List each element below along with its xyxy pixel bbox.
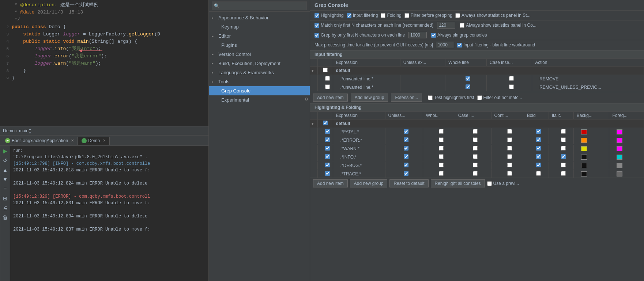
folding-label[interactable]: Folding (387, 13, 401, 18)
italic-cb[interactable] (561, 163, 566, 167)
sidebar-item-grep-console[interactable]: Grep Console (209, 86, 310, 95)
fg-color[interactable] (617, 171, 622, 176)
sidebar-item-plugins[interactable]: Plugins (209, 41, 310, 50)
scroll-down-button[interactable]: ▼ (1, 176, 9, 183)
checkbox-cell[interactable] (317, 119, 333, 128)
bg-color[interactable] (581, 146, 587, 151)
group-checkbox[interactable] (323, 121, 328, 125)
conti-cb[interactable] (507, 129, 512, 134)
fg-color[interactable] (617, 146, 622, 151)
grep-n-input[interactable] (408, 32, 427, 38)
conti-cb[interactable] (507, 154, 512, 159)
whole-cb[interactable] (439, 129, 444, 134)
italic-cb[interactable] (561, 146, 566, 151)
match-n-checkbox[interactable] (315, 23, 319, 28)
sidebar-item-keymap[interactable]: Keymap (209, 22, 310, 31)
fg-color[interactable] (617, 129, 622, 134)
print-button[interactable]: 🖨 (1, 204, 9, 212)
folding-checkbox[interactable] (381, 13, 385, 18)
run-button[interactable]: ▶ (1, 147, 9, 155)
stats-co-label[interactable]: Always show statistics panel in Co... (466, 23, 536, 28)
checkbox-cell[interactable] (317, 75, 333, 83)
input-filtering-checkbox[interactable] (347, 13, 351, 18)
case-cell[interactable] (486, 83, 532, 92)
extension-button[interactable]: Extension... (391, 94, 422, 102)
input-filtering-label[interactable]: Input filtering (353, 13, 378, 18)
pin-consoles-label[interactable]: Always pin grep consoles (437, 33, 487, 38)
bg-color[interactable] (581, 155, 587, 160)
max-processing-input[interactable] (436, 42, 454, 48)
case-cb[interactable] (473, 154, 478, 159)
bg-color[interactable] (581, 129, 587, 134)
grep-n-checkbox[interactable] (315, 33, 319, 38)
highlighting-checkbox[interactable] (315, 13, 319, 18)
filter-before-checkbox[interactable] (404, 13, 409, 18)
whole-cb[interactable] (439, 154, 444, 159)
expand-cell[interactable]: ▾ (310, 119, 317, 128)
fg-color[interactable] (617, 163, 622, 168)
test-highlighters-checkbox[interactable] (428, 95, 433, 100)
highlighting-label[interactable]: Highlighting (321, 13, 344, 18)
conti-cb[interactable] (507, 171, 512, 176)
case-cb[interactable] (473, 129, 478, 134)
stats-co-checkbox[interactable] (460, 23, 464, 28)
row-checkbox[interactable] (325, 137, 330, 142)
add-group-button[interactable]: Add new group (351, 94, 388, 102)
group-checkbox[interactable] (323, 68, 328, 72)
bg-color[interactable] (581, 138, 587, 143)
filter-not-match-checkbox[interactable] (477, 95, 482, 100)
blank-line-checkbox[interactable] (457, 43, 462, 48)
reset-default-button[interactable]: Reset to default (389, 179, 428, 187)
checkbox-cell[interactable] (317, 67, 333, 75)
run-tab-demo[interactable]: Demo ✕ (78, 137, 110, 145)
whole-cell[interactable] (445, 75, 486, 83)
case-cb[interactable] (473, 137, 478, 142)
settings-search-input[interactable] (212, 1, 307, 10)
settings-button[interactable]: ≡ (1, 185, 9, 193)
run-tab-spring[interactable]: ▶ BootTangxiaolongApplication ✕ (1, 137, 78, 145)
grep-n-label[interactable]: Grep by only first N characters on each … (321, 33, 405, 38)
unless-cb[interactable] (404, 129, 408, 134)
sidebar-item-experimental[interactable]: Experimental ⚙ (209, 95, 310, 105)
case-checkbox[interactable] (509, 84, 514, 89)
layout-button[interactable]: ⊞ (1, 195, 9, 202)
pin-consoles-checkbox[interactable] (431, 33, 436, 38)
italic-cb[interactable] (561, 171, 566, 176)
fg-color[interactable] (617, 138, 622, 143)
match-n-input[interactable] (437, 22, 455, 29)
match-n-label[interactable]: Match only first N characters on each li… (321, 23, 433, 28)
sidebar-item-appearance[interactable]: ▸ Appearance & Behavior (209, 13, 310, 22)
expand-cell[interactable]: ▾ (310, 67, 317, 75)
scroll-up-button[interactable]: ▲ (1, 166, 9, 174)
checkbox-cell[interactable] (317, 83, 333, 92)
unless-cb[interactable] (404, 154, 408, 159)
unless-cb[interactable] (404, 146, 408, 151)
row-checkbox[interactable] (325, 129, 330, 134)
tab-close[interactable]: ✕ (103, 138, 106, 143)
test-highlighters-label[interactable]: Test highlighters first (434, 95, 474, 100)
italic-cb[interactable] (561, 154, 566, 159)
tab-close[interactable]: ✕ (71, 138, 74, 143)
add-item-button[interactable]: Add new item (313, 94, 348, 102)
blank-line-label[interactable]: Input filtering - blank line workaround (463, 42, 535, 48)
whole-cell[interactable] (445, 83, 486, 92)
bold-cb[interactable] (536, 129, 541, 134)
italic-cb[interactable] (561, 137, 566, 142)
filter-before-label[interactable]: Filter before grepping (411, 13, 452, 18)
bold-cb[interactable] (536, 154, 541, 159)
row-checkbox[interactable] (325, 84, 330, 89)
row-checkbox[interactable] (325, 154, 330, 159)
bg-color[interactable] (581, 171, 587, 176)
use-prev-label[interactable]: Use a previ... (493, 181, 519, 186)
rehighlight-button[interactable]: Rehighlight all consoles (431, 179, 485, 187)
sidebar-item-editor[interactable]: ▸ Editor (209, 31, 310, 41)
add-item-hl-button[interactable]: Add new item (313, 179, 348, 187)
sidebar-item-build[interactable]: ▸ Build, Execution, Deployment (209, 59, 310, 68)
unless-cb[interactable] (404, 171, 408, 176)
case-cb[interactable] (473, 163, 478, 167)
whole-checkbox[interactable] (466, 84, 470, 89)
settings-corner-icon[interactable]: ⚙ (305, 97, 308, 102)
bold-cb[interactable] (536, 163, 541, 167)
row-checkbox[interactable] (325, 76, 330, 81)
case-checkbox[interactable] (509, 76, 514, 81)
